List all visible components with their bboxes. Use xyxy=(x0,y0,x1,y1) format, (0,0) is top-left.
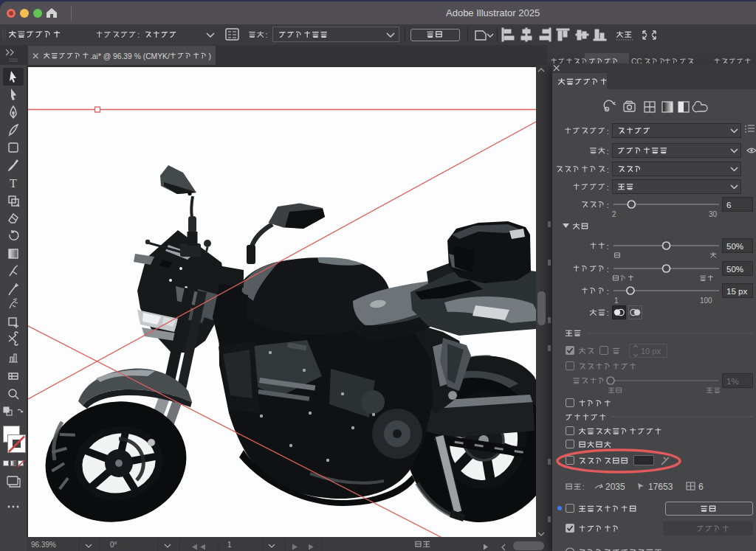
svg-text:CC: CC xyxy=(631,58,642,63)
